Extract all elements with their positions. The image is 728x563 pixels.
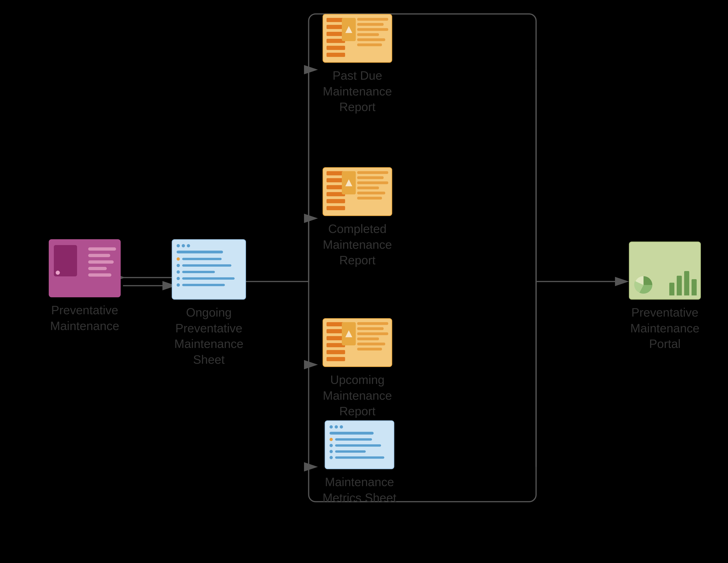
pm-visual: [49, 239, 121, 297]
pm-label: Preventative Maintenance: [50, 303, 119, 334]
svg-marker-5: [345, 330, 352, 337]
card-completed[interactable]: CompletedMaintenanceReport: [323, 167, 392, 268]
portal-label: PreventativeMaintenancePortal: [630, 305, 699, 352]
portal-visual: [629, 241, 701, 300]
card-past-due[interactable]: Past DueMaintenanceReport: [323, 14, 392, 115]
metrics-visual: [325, 420, 394, 469]
card-ongoing-sheet[interactable]: OngoingPreventativeMaintenanceSheet: [172, 239, 246, 368]
card-upcoming[interactable]: UpcomingMaintenanceReport: [323, 318, 392, 419]
ongoing-label: OngoingPreventativeMaintenanceSheet: [174, 305, 243, 368]
upcoming-label: UpcomingMaintenanceReport: [323, 372, 392, 419]
completed-label: CompletedMaintenanceReport: [323, 221, 392, 268]
upcoming-visual: [323, 318, 392, 367]
completed-visual: [323, 167, 392, 216]
svg-marker-4: [345, 179, 352, 186]
past-due-label: Past DueMaintenanceReport: [323, 68, 392, 115]
past-due-visual: [323, 14, 392, 63]
card-preventative-maintenance[interactable]: Preventative Maintenance: [49, 239, 121, 334]
card-metrics[interactable]: MaintenanceMetrics Sheet: [323, 420, 396, 506]
diagram-container: Preventative Maintenance: [0, 0, 728, 563]
metrics-label: MaintenanceMetrics Sheet: [323, 474, 396, 506]
card-portal[interactable]: PreventativeMaintenancePortal: [629, 241, 701, 352]
ongoing-visual: [172, 239, 246, 300]
svg-marker-3: [345, 26, 352, 33]
